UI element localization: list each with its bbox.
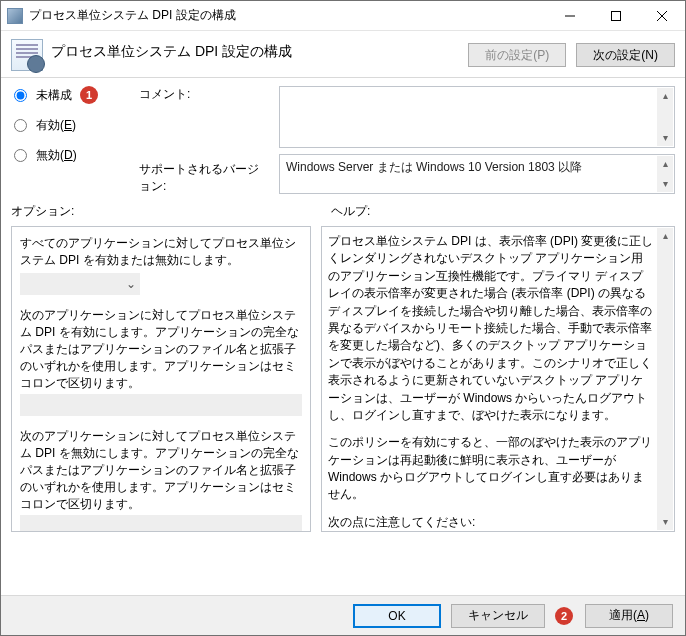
minimize-icon (565, 11, 575, 21)
scroll-up-icon[interactable]: ▴ (657, 156, 673, 172)
options-panel: すべてのアプリケーションに対してプロセス単位システム DPI を有効または無効に… (11, 226, 311, 532)
columns: すべてのアプリケーションに対してプロセス単位システム DPI を有効または無効に… (1, 222, 685, 542)
policy-title: プロセス単位システム DPI 設定の構成 (51, 39, 292, 61)
radio-enabled-input[interactable] (14, 119, 27, 132)
radio-disabled-label: 無効(D) (36, 147, 77, 164)
minimize-button[interactable] (547, 1, 593, 31)
supported-on-text: Windows Server または Windows 10 Version 18… (286, 160, 582, 174)
scrollbar[interactable]: ▴ ▾ (657, 228, 673, 530)
titlebar: プロセス単位システム DPI 設定の構成 (1, 1, 685, 31)
options-text-1: すべてのアプリケーションに対してプロセス単位システム DPI を有効または無効に… (20, 235, 302, 269)
radio-not-configured-input[interactable] (14, 89, 27, 102)
scroll-down-icon[interactable]: ▾ (657, 130, 673, 146)
radio-enabled-label: 有効(E) (36, 117, 76, 134)
supported-label: サポートされるバージョン: (139, 161, 269, 195)
svg-rect-0 (612, 11, 621, 20)
previous-setting-button: 前の設定(P) (468, 43, 566, 67)
policy-icon (11, 39, 43, 71)
radio-not-configured[interactable]: 未構成 1 (11, 86, 129, 104)
scrollbar[interactable]: ▴ ▾ (657, 156, 673, 192)
enable-apps-input[interactable] (20, 394, 302, 416)
header: プロセス単位システム DPI 設定の構成 前の設定(P) 次の設定(N) (1, 31, 685, 73)
radio-not-configured-label: 未構成 (36, 87, 72, 104)
radio-disabled[interactable]: 無効(D) (11, 146, 129, 164)
close-button[interactable] (639, 1, 685, 31)
scrollbar[interactable]: ▴ ▾ (657, 88, 673, 146)
ok-button[interactable]: OK (353, 604, 441, 628)
disable-apps-input[interactable] (20, 515, 302, 532)
next-setting-button[interactable]: 次の設定(N) (576, 43, 675, 67)
radio-enabled[interactable]: 有効(E) (11, 116, 129, 134)
help-paragraph: 次の点に注意してください: (328, 514, 654, 531)
options-text-2: 次のアプリケーションに対してプロセス単位システム DPI を有効にします。アプリ… (20, 307, 302, 392)
help-panel: プロセス単位システム DPI は、表示倍率 (DPI) 変更後に正しくレンダリン… (321, 226, 675, 532)
annotation-1: 1 (80, 86, 98, 104)
help-paragraph: このポリシーを有効にすると、一部のぼやけた表示のアプリケーションは再起動後に鮮明… (328, 434, 654, 504)
chevron-down-icon: ⌄ (126, 277, 136, 291)
maximize-button[interactable] (593, 1, 639, 31)
scroll-up-icon[interactable]: ▴ (657, 228, 673, 244)
footer: OK キャンセル 2 適用(A) (1, 595, 685, 635)
scroll-up-icon[interactable]: ▴ (657, 88, 673, 104)
cancel-button[interactable]: キャンセル (451, 604, 545, 628)
annotation-2: 2 (555, 607, 573, 625)
help-paragraph: プロセス単位システム DPI は、表示倍率 (DPI) 変更後に正しくレンダリン… (328, 233, 654, 424)
comment-textarea[interactable]: ▴ ▾ (279, 86, 675, 148)
options-label: オプション: (11, 203, 311, 220)
supported-on-box: Windows Server または Windows 10 Version 18… (279, 154, 675, 194)
app-icon (7, 8, 23, 24)
window-title: プロセス単位システム DPI 設定の構成 (29, 7, 547, 24)
config-area: 未構成 1 有効(E) 無効(D) コメント: サポートされるバージョン: ▴ … (1, 78, 685, 199)
dpi-all-apps-combo[interactable]: ⌄ (20, 273, 140, 295)
help-label: ヘルプ: (331, 203, 675, 220)
close-icon (657, 11, 667, 21)
radio-disabled-input[interactable] (14, 149, 27, 162)
maximize-icon (611, 11, 621, 21)
scroll-down-icon[interactable]: ▾ (657, 176, 673, 192)
options-text-3: 次のアプリケーションに対してプロセス単位システム DPI を無効にします。アプリ… (20, 428, 302, 513)
scroll-down-icon[interactable]: ▾ (657, 514, 673, 530)
comment-label: コメント: (139, 86, 269, 103)
apply-button[interactable]: 適用(A) (585, 604, 673, 628)
